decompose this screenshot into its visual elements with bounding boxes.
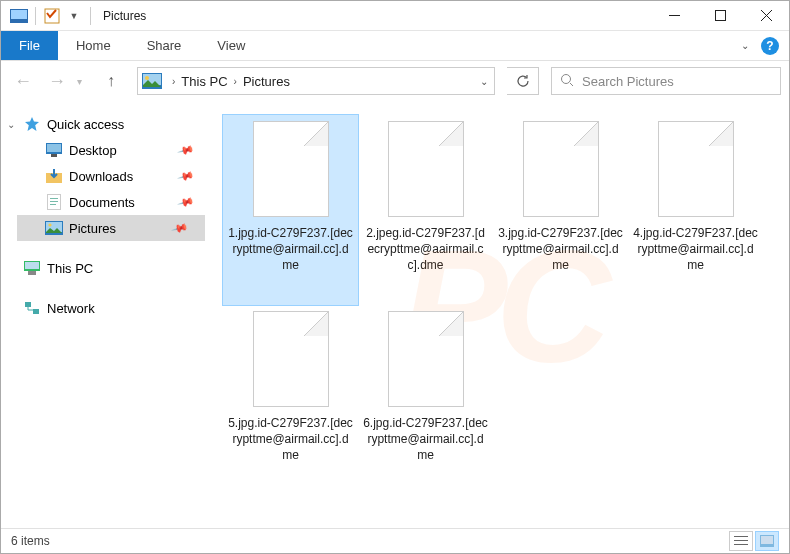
svg-rect-23	[28, 271, 36, 275]
titlebar: ▼ Pictures	[1, 1, 789, 31]
pictures-icon	[45, 220, 63, 236]
chevron-down-icon[interactable]: ⌄	[7, 119, 15, 130]
sidebar-this-pc[interactable]: This PC	[17, 255, 211, 281]
file-icon	[253, 121, 329, 217]
refresh-button[interactable]	[507, 67, 539, 95]
star-icon	[23, 116, 41, 132]
address-bar[interactable]: › This PC › Pictures ⌄	[137, 67, 495, 95]
file-item[interactable]: 3.jpg.id-C279F237.[decrypttme@airmail.cc…	[493, 115, 628, 305]
sidebar-item-desktop[interactable]: Desktop 📌	[17, 137, 211, 163]
svg-rect-11	[51, 154, 57, 157]
window-title: Pictures	[103, 9, 146, 23]
svg-rect-24	[25, 302, 31, 307]
sidebar-item-label: This PC	[47, 261, 93, 276]
svg-rect-3	[669, 15, 680, 16]
sidebar-item-label: Downloads	[69, 169, 133, 184]
file-icon	[388, 121, 464, 217]
sidebar-item-pictures[interactable]: Pictures 📌	[17, 215, 205, 241]
file-item[interactable]: 4.jpg.id-C279F237.[decrypttme@airmail.cc…	[628, 115, 763, 305]
file-name: 5.jpg.id-C279F237.[decrypttme@airmail.cc…	[228, 415, 353, 464]
svg-rect-27	[734, 540, 748, 541]
details-view-button[interactable]	[729, 531, 753, 551]
svg-rect-15	[50, 198, 58, 199]
sidebar-item-label: Network	[47, 301, 95, 316]
maximize-button[interactable]	[697, 1, 743, 31]
thumbnails-view-button[interactable]	[755, 531, 779, 551]
file-icon	[388, 311, 464, 407]
qat-dropdown-icon[interactable]: ▼	[64, 6, 84, 26]
breadcrumb-segment[interactable]: Pictures	[243, 74, 290, 89]
tab-share[interactable]: Share	[129, 31, 200, 60]
file-pane[interactable]: PC 1.jpg.id-C279F237.[decrypttme@airmail…	[211, 101, 789, 528]
search-placeholder: Search Pictures	[582, 74, 674, 89]
sidebar-item-label: Documents	[69, 195, 135, 210]
file-item[interactable]: 1.jpg.id-C279F237.[decrypttme@airmail.cc…	[223, 115, 358, 305]
network-icon	[23, 300, 41, 316]
qat-divider	[90, 7, 91, 25]
file-icon	[658, 121, 734, 217]
svg-point-7	[145, 76, 149, 80]
file-name: 3.jpg.id-C279F237.[decrypttme@airmail.cc…	[498, 225, 623, 274]
svg-rect-10	[47, 144, 61, 152]
up-button[interactable]: ↑	[97, 67, 125, 95]
search-input[interactable]: Search Pictures	[551, 67, 781, 95]
file-name: 6.jpg.id-C279F237.[decrypttme@airmail.cc…	[363, 415, 488, 464]
file-item[interactable]: 5.jpg.id-C279F237.[decrypttme@airmail.cc…	[223, 305, 358, 495]
svg-rect-26	[734, 536, 748, 537]
address-dropdown-icon[interactable]: ⌄	[480, 76, 488, 87]
chevron-right-icon[interactable]: ›	[172, 76, 175, 87]
downloads-icon	[45, 168, 63, 184]
svg-point-20	[48, 223, 51, 226]
ribbon: File Home Share View ⌄ ?	[1, 31, 789, 61]
status-bar: 6 items	[1, 528, 789, 553]
qat-divider	[35, 7, 36, 25]
file-icon	[523, 121, 599, 217]
svg-rect-1	[11, 10, 27, 19]
svg-rect-17	[50, 204, 56, 205]
file-item[interactable]: 6.jpg.id-C279F237.[decrypttme@airmail.cc…	[358, 305, 493, 495]
pin-icon: 📌	[177, 141, 196, 159]
pictures-icon	[142, 73, 162, 89]
minimize-button[interactable]	[651, 1, 697, 31]
breadcrumb-segment[interactable]: This PC	[181, 74, 227, 89]
svg-rect-4	[715, 11, 725, 21]
desktop-icon	[45, 142, 63, 158]
chevron-right-icon[interactable]: ›	[234, 76, 237, 87]
back-button[interactable]: ←	[9, 67, 37, 95]
sidebar-item-label: Quick access	[47, 117, 124, 132]
pin-icon: 📌	[177, 167, 196, 185]
documents-icon	[45, 194, 63, 210]
file-tab[interactable]: File	[1, 31, 58, 60]
svg-rect-28	[734, 544, 748, 545]
quick-access-toolbar: ▼ Pictures	[1, 6, 146, 26]
svg-rect-22	[25, 262, 39, 269]
nav-sidebar: ⌄ Quick access Desktop 📌 Downloads 📌 Doc	[1, 101, 211, 528]
search-icon	[560, 73, 574, 90]
file-name: 2.jpeg.id-C279F237.[decrypttme@aairmail.…	[363, 225, 488, 274]
tab-home[interactable]: Home	[58, 31, 129, 60]
window-controls	[651, 1, 789, 31]
sidebar-network[interactable]: Network	[17, 295, 211, 321]
sidebar-item-downloads[interactable]: Downloads 📌	[17, 163, 211, 189]
explorer-icon	[9, 6, 29, 26]
sidebar-quick-access[interactable]: ⌄ Quick access	[17, 111, 211, 137]
file-item[interactable]: 2.jpeg.id-C279F237.[decrypttme@aairmail.…	[358, 115, 493, 305]
recent-locations-icon[interactable]: ▾	[77, 76, 91, 87]
svg-rect-16	[50, 201, 58, 202]
ribbon-expand-icon[interactable]: ⌄	[741, 40, 749, 51]
help-icon[interactable]: ?	[761, 37, 779, 55]
item-count: 6 items	[11, 534, 50, 548]
file-name: 4.jpg.id-C279F237.[decrypttme@airmail.cc…	[633, 225, 758, 274]
sidebar-item-documents[interactable]: Documents 📌	[17, 189, 211, 215]
properties-icon[interactable]	[42, 6, 62, 26]
pc-icon	[23, 260, 41, 276]
file-icon	[253, 311, 329, 407]
close-button[interactable]	[743, 1, 789, 31]
svg-rect-30	[761, 536, 773, 544]
pin-icon: 📌	[171, 219, 190, 237]
file-name: 1.jpg.id-C279F237.[decrypttme@airmail.cc…	[228, 225, 353, 274]
sidebar-item-label: Desktop	[69, 143, 117, 158]
forward-button[interactable]: →	[43, 67, 71, 95]
sidebar-item-label: Pictures	[69, 221, 116, 236]
tab-view[interactable]: View	[199, 31, 263, 60]
